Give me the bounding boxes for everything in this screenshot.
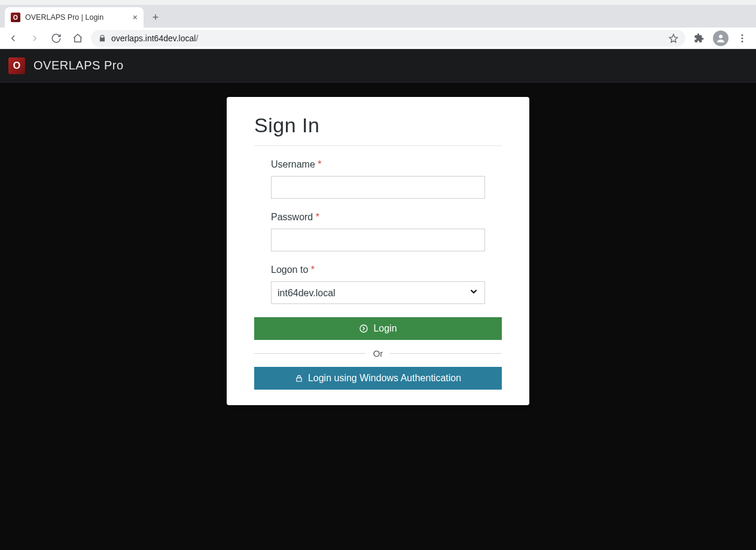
lock-icon (98, 34, 106, 42)
reload-icon (51, 33, 62, 44)
username-label-text: Username (271, 159, 315, 169)
password-label: Password * (271, 212, 485, 223)
logon-select[interactable]: int64dev.local (271, 281, 485, 304)
tab-title: OVERLAPS Pro | Login (25, 13, 128, 22)
svg-rect-5 (297, 378, 301, 381)
required-mark: * (311, 265, 315, 275)
divider (254, 145, 502, 146)
extensions-icon[interactable] (694, 33, 705, 44)
username-label: Username * (271, 159, 485, 170)
signin-card: Sign In Username * Password * (227, 97, 529, 405)
logon-label-text: Logon to (271, 265, 308, 275)
browser-tool-icons (690, 31, 751, 46)
svg-point-3 (742, 40, 743, 42)
login-button-label: Login (373, 323, 397, 334)
divider-line (390, 353, 502, 354)
lock-icon (295, 374, 303, 382)
app-root: O OVERLAPS Pro Sign In Username * Passwo… (0, 49, 756, 550)
forward-button[interactable] (26, 30, 43, 47)
browser-toolbar: overlaps.int64dev.local/ (0, 28, 756, 49)
login-button[interactable]: Login (254, 317, 502, 340)
tab-favicon-icon: O (11, 13, 20, 22)
app-title: OVERLAPS Pro (33, 59, 124, 72)
url-text: overlaps.int64dev.local/ (111, 34, 664, 43)
page-body: Sign In Username * Password * (0, 83, 756, 550)
svg-point-2 (742, 37, 743, 39)
bookmark-icon[interactable] (669, 34, 678, 43)
url-path: / (196, 34, 198, 43)
logon-field: Logon to * int64dev.local (271, 265, 485, 304)
svg-point-0 (719, 35, 723, 38)
password-input[interactable] (271, 229, 485, 251)
svg-point-4 (360, 325, 367, 332)
windows-auth-label: Login using Windows Authentication (308, 373, 461, 384)
or-text: Or (373, 348, 383, 358)
signin-heading: Sign In (254, 114, 502, 137)
required-mark: * (316, 212, 319, 222)
kebab-menu-icon[interactable] (737, 33, 748, 44)
app-logo-icon: O (8, 57, 25, 74)
app-header: O OVERLAPS Pro (0, 49, 756, 83)
address-bar[interactable]: overlaps.int64dev.local/ (91, 30, 685, 47)
arrow-right-icon (29, 33, 40, 44)
svg-point-1 (742, 34, 743, 36)
required-mark: * (318, 159, 321, 169)
tab-close-icon[interactable]: × (133, 13, 138, 22)
username-input[interactable] (271, 176, 485, 199)
logon-label: Logon to * (271, 265, 485, 275)
windows-auth-button[interactable]: Login using Windows Authentication (254, 367, 502, 390)
browser-tab-active[interactable]: O OVERLAPS Pro | Login × (5, 7, 144, 28)
browser-tab-strip: O OVERLAPS Pro | Login × + (0, 5, 756, 28)
password-label-text: Password (271, 212, 313, 222)
window-titlebar (0, 0, 756, 5)
form-fields: Username * Password * Logon to * (254, 159, 502, 304)
new-tab-button[interactable]: + (147, 9, 164, 26)
divider-line (254, 353, 366, 354)
or-divider: Or (254, 348, 502, 358)
arrow-left-icon (8, 33, 19, 44)
back-button[interactable] (5, 30, 22, 47)
password-field: Password * (271, 212, 485, 251)
reload-button[interactable] (48, 30, 65, 47)
home-icon (72, 33, 83, 44)
home-button[interactable] (69, 30, 86, 47)
url-host: overlaps.int64dev.local (111, 34, 196, 43)
username-field: Username * (271, 159, 485, 199)
login-arrow-icon (359, 324, 368, 333)
profile-avatar-icon[interactable] (713, 31, 728, 46)
